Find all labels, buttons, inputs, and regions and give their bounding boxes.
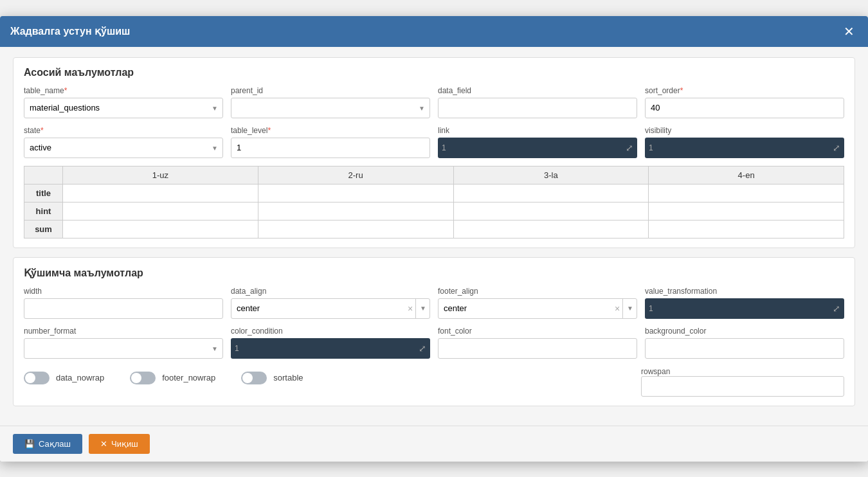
modal-container: Жадвалга устун қўшиш ✕ Асосий маълумотла…	[0, 16, 868, 462]
data-nowrap-group: data_nowrap	[24, 372, 104, 384]
translation-table: 1-uz 2-ru 3-la 4-en title	[24, 166, 844, 239]
data-field-input[interactable]	[438, 98, 637, 118]
parent-id-group: parent_id ▼	[231, 86, 430, 118]
link-label: link	[438, 126, 637, 135]
table-col-4en: 4-en	[649, 166, 844, 184]
value-transformation-label: value_transformation	[645, 287, 844, 296]
input-title-1uz[interactable]	[64, 186, 257, 201]
background-color-input[interactable]	[645, 338, 844, 359]
modal-title: Жадвалга устун қўшиш	[10, 25, 130, 37]
font-color-input[interactable]	[438, 338, 637, 359]
row-label-title: title	[24, 184, 63, 202]
input-title-2ru[interactable]	[260, 186, 452, 201]
input-title-4en[interactable]	[650, 186, 842, 201]
state-select-wrapper[interactable]: active inactive ▼	[24, 138, 223, 158]
cell-title-2ru	[258, 184, 453, 202]
data-nowrap-toggle[interactable]	[24, 372, 50, 384]
rowspan-input[interactable]	[641, 376, 844, 397]
save-icon: 💾	[24, 439, 35, 449]
parent-id-label: parent_id	[231, 86, 430, 95]
background-color-label: background_color	[645, 327, 844, 336]
toggles-area: data_nowrap footer_nowrap sortable	[24, 366, 633, 384]
row-label-hint: hint	[24, 202, 63, 220]
modal-header: Жадвалга устун қўшиш ✕	[0, 16, 868, 47]
number-format-select[interactable]: integer decimal	[24, 338, 223, 359]
parent-id-select-wrapper[interactable]: ▼	[231, 98, 430, 118]
cancel-label: Чиқиш	[111, 439, 138, 449]
footer-nowrap-toggle[interactable]	[130, 372, 156, 384]
width-input[interactable]	[24, 298, 223, 319]
table-col-empty	[24, 166, 63, 184]
footer-align-btns: × ▼	[612, 298, 637, 319]
cell-sum-4en	[649, 220, 844, 238]
sort-order-label: sort_order*	[645, 86, 844, 95]
modal-footer: 💾 Сақлаш ✕ Чиқиш	[0, 426, 868, 462]
state-group: state* active inactive ▼	[24, 126, 223, 158]
visibility-expand-icon[interactable]: ⤢	[833, 143, 840, 153]
basic-section: Асосий маълумотлар table_name* material_…	[13, 57, 855, 248]
font-color-group: font_color	[438, 327, 637, 359]
table-col-3la: 3-la	[453, 166, 649, 184]
color-condition-expand-icon[interactable]: ⤢	[419, 343, 426, 354]
value-transformation-group: value_transformation 1 ⤢	[645, 287, 844, 319]
color-condition-label: color_condition	[231, 327, 430, 336]
cell-sum-2ru	[258, 220, 453, 238]
data-align-wrapper: center left right × ▼	[231, 298, 430, 319]
table-col-2ru: 2-ru	[258, 166, 453, 184]
cell-title-4en	[649, 184, 844, 202]
save-button[interactable]: 💾 Сақлаш	[13, 434, 82, 454]
extra-row-3: data_nowrap footer_nowrap sortable row	[24, 366, 844, 397]
save-label: Сақлаш	[39, 439, 71, 449]
input-sum-4en[interactable]	[650, 222, 842, 237]
input-sum-2ru[interactable]	[260, 222, 452, 237]
cell-hint-2ru	[258, 202, 453, 220]
number-format-label: number_format	[24, 327, 223, 336]
value-transformation-num-badge: 1	[649, 304, 659, 313]
footer-align-select[interactable]: center left right	[438, 298, 637, 319]
basic-row-1: table_name* material_questions ▼ parent_…	[24, 86, 844, 118]
sortable-toggle[interactable]	[241, 372, 267, 384]
link-expand-icon[interactable]: ⤢	[626, 143, 633, 153]
parent-id-select[interactable]	[231, 98, 430, 118]
value-transformation-dark-input: 1 ⤢	[645, 298, 844, 319]
input-hint-3la[interactable]	[455, 204, 647, 219]
value-transformation-input[interactable]	[663, 303, 829, 313]
number-format-select-wrapper[interactable]: integer decimal ▼	[24, 338, 223, 359]
sort-order-group: sort_order*	[645, 86, 844, 118]
footer-nowrap-group: footer_nowrap	[130, 372, 215, 384]
state-select[interactable]: active inactive	[24, 138, 223, 158]
data-field-group: data_field	[438, 86, 637, 118]
sort-order-input[interactable]	[645, 98, 844, 118]
footer-align-clear-button[interactable]: ×	[612, 303, 622, 314]
input-hint-2ru[interactable]	[260, 204, 452, 219]
table-name-select[interactable]: material_questions	[24, 98, 223, 118]
link-num-badge: 1	[442, 143, 452, 152]
color-condition-group: color_condition 1 ⤢	[231, 327, 430, 359]
modal-close-button[interactable]: ✕	[840, 22, 858, 40]
background-color-group: background_color	[645, 327, 844, 359]
toggle-row: data_nowrap footer_nowrap sortable	[24, 372, 633, 384]
data-align-clear-button[interactable]: ×	[405, 303, 415, 314]
data-align-label: data_align	[231, 287, 430, 296]
input-sum-3la[interactable]	[455, 222, 647, 237]
cancel-button[interactable]: ✕ Чиқиш	[89, 434, 150, 454]
table-level-input[interactable]	[231, 138, 430, 158]
basic-row-2: state* active inactive ▼ table_level*	[24, 126, 844, 158]
font-color-label: font_color	[438, 327, 637, 336]
link-input[interactable]	[456, 143, 622, 152]
input-hint-1uz[interactable]	[64, 204, 257, 219]
input-title-3la[interactable]	[455, 186, 647, 201]
data-nowrap-label: data_nowrap	[56, 373, 104, 382]
input-hint-4en[interactable]	[650, 204, 842, 219]
sortable-label: sortable	[273, 373, 303, 382]
data-align-select[interactable]: center left right	[231, 298, 430, 319]
visibility-input[interactable]	[663, 143, 829, 152]
cell-hint-3la	[453, 202, 649, 220]
color-condition-input[interactable]	[249, 343, 415, 353]
input-sum-1uz[interactable]	[64, 222, 257, 237]
extra-section-title: Қўшимча маълумотлар	[24, 267, 844, 279]
value-transformation-expand-icon[interactable]: ⤢	[833, 303, 840, 314]
data-align-arrow-button[interactable]: ▼	[415, 298, 430, 319]
table-name-select-wrapper[interactable]: material_questions ▼	[24, 98, 223, 118]
footer-align-arrow-button[interactable]: ▼	[622, 298, 637, 319]
